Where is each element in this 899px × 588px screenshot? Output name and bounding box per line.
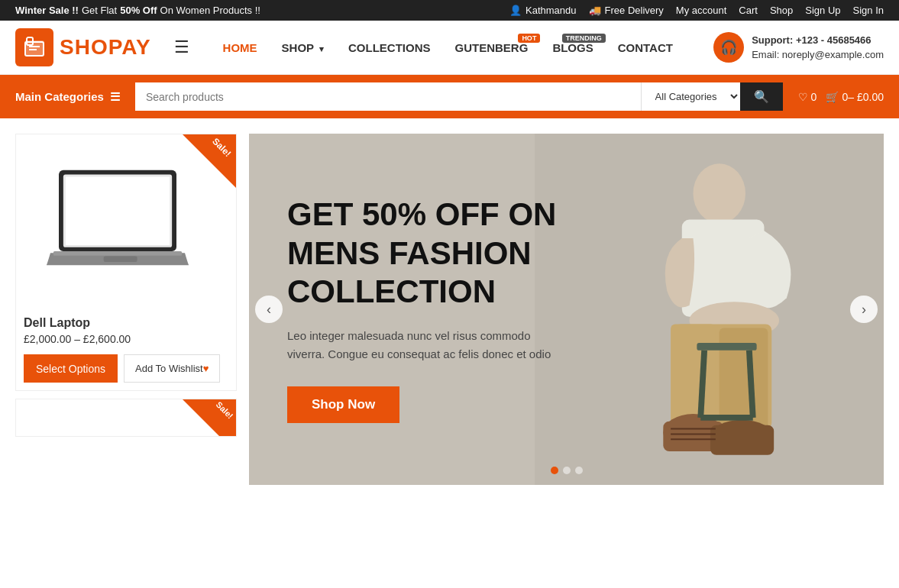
sale-suffix: On Women Products !!	[160, 5, 260, 16]
product-price: £2,000.00 – £2,600.00	[24, 333, 228, 345]
wishlist-count: 0	[811, 91, 817, 103]
nav-home[interactable]: HOME	[212, 35, 268, 60]
select-options-button[interactable]: Select Options	[24, 354, 118, 383]
product-card-laptop: Sale! Dell Laptop £2,000.00 – £2,60	[15, 134, 237, 391]
cart-total: £0.00	[857, 91, 884, 103]
product-name: Dell Laptop	[24, 316, 228, 330]
heart-icon-btn: ♥	[203, 363, 209, 374]
svg-rect-25	[697, 343, 756, 351]
categories-menu-icon: ☰	[110, 90, 120, 104]
support-text: Support: +123 - 45685466 Email: noreply@…	[752, 33, 884, 63]
cart-count: 0–	[842, 91, 854, 103]
sale-pct: 50% Off	[120, 5, 157, 16]
cart-icon-group[interactable]: 🛒 0– £0.00	[826, 91, 884, 103]
location-item: 👤 Kathmandu	[509, 5, 577, 16]
search-input[interactable]	[135, 82, 641, 111]
category-select[interactable]: All Categories	[641, 82, 740, 111]
product-card-second: Sale!	[15, 399, 237, 437]
delivery-item: 🚚 Free Delivery	[589, 5, 664, 16]
hero-title: GET 50% OFF ON MENS FASHION COLLECTION	[287, 195, 560, 311]
delivery-link[interactable]: Free Delivery	[605, 5, 664, 16]
wishlist-icon-group[interactable]: ♡ 0	[798, 91, 817, 103]
cart-link[interactable]: Cart	[739, 5, 758, 16]
top-bar: Winter Sale !! Get Flat 50% Off On Women…	[0, 0, 899, 21]
hero-description: Leo integer malesuada nunc vel risus com…	[287, 327, 560, 363]
site-logo[interactable]: SHOPAY	[15, 28, 151, 66]
product-sidebar: Sale! Dell Laptop £2,000.00 – £2,60	[15, 134, 237, 485]
logo-text: SHOPAY	[60, 35, 151, 60]
top-bar-sale: Winter Sale !! Get Flat 50% Off On Women…	[15, 5, 260, 16]
categories-toggle[interactable]: Main Categories ☰	[15, 90, 120, 104]
hero-banner: GET 50% OFF ON MENS FASHION COLLECTION L…	[249, 134, 884, 485]
carousel-dot-1[interactable]	[551, 467, 558, 474]
support-icon: 🎧	[713, 32, 744, 63]
svg-line-26	[700, 351, 704, 418]
nav-gutenberg[interactable]: HOT GUTENBERG	[445, 35, 539, 60]
svg-line-27	[749, 351, 753, 418]
carousel-prev-button[interactable]: ‹	[255, 296, 283, 323]
svg-rect-9	[104, 257, 137, 262]
main-area: Sale! Dell Laptop £2,000.00 – £2,60	[0, 118, 899, 485]
top-bar-right: 👤 Kathmandu 🚚 Free Delivery My account C…	[509, 5, 884, 16]
svg-rect-7	[66, 176, 170, 244]
add-to-wishlist-button[interactable]: Add To Wishlist♥	[124, 354, 220, 383]
nav-contact[interactable]: CONTACT	[607, 35, 684, 60]
hot-badge: HOT	[518, 34, 540, 43]
shop-now-button[interactable]: Shop Now	[287, 386, 399, 423]
sale-corner	[183, 134, 236, 188]
heart-icon: ♡	[798, 91, 808, 103]
site-header: SHOPAY ☰ HOME SHOP ▾ COLLECTIONS HOT GUT…	[0, 21, 899, 75]
support-info: 🎧 Support: +123 - 45685466 Email: norepl…	[713, 32, 884, 63]
search-bar: Main Categories ☰ All Categories 🔍 ♡ 0 🛒…	[0, 75, 899, 118]
search-button[interactable]: 🔍	[740, 82, 783, 111]
support-email: Email: noreply@example.com	[752, 47, 884, 63]
carousel-dot-2[interactable]	[563, 467, 571, 474]
carousel-dots	[551, 467, 583, 474]
hero-content: GET 50% OFF ON MENS FASHION COLLECTION L…	[249, 165, 598, 453]
support-phone: Support: +123 - 45685466	[752, 33, 884, 48]
search-icon: 🔍	[754, 89, 769, 104]
categories-label: Main Categories	[15, 90, 104, 103]
svg-point-12	[693, 163, 745, 223]
svg-rect-8	[53, 251, 183, 256]
shop-dropdown-arrow: ▾	[319, 44, 324, 53]
signin-link[interactable]: Sign In	[853, 5, 884, 16]
sale-detail: Get Flat	[82, 5, 117, 16]
sale-label: Winter Sale !!	[15, 5, 79, 16]
my-account-link[interactable]: My account	[676, 5, 726, 16]
nav-blogs[interactable]: TRENDING BLOGS	[542, 35, 603, 60]
location-link[interactable]: Kathmandu	[525, 5, 577, 16]
hamburger-icon[interactable]: ☰	[174, 37, 189, 57]
carousel-dot-3[interactable]	[575, 467, 583, 474]
carousel-next-button[interactable]: ›	[850, 296, 878, 323]
signup-link[interactable]: Sign Up	[805, 5, 840, 16]
shop-link[interactable]: Shop	[770, 5, 793, 16]
delivery-icon: 🚚	[589, 5, 601, 16]
cart-icon: 🛒	[826, 91, 839, 103]
nav-collections[interactable]: COLLECTIONS	[338, 35, 441, 60]
product-actions: Select Options Add To Wishlist♥	[24, 354, 228, 383]
logo-icon	[15, 28, 53, 66]
search-input-wrap: All Categories 🔍	[135, 82, 783, 111]
svg-rect-21	[710, 425, 774, 455]
main-nav: HOME SHOP ▾ COLLECTIONS HOT GUTENBERG TR…	[212, 35, 699, 60]
header-icons: ♡ 0 🛒 0– £0.00	[798, 91, 884, 103]
trending-badge: TRENDING	[562, 34, 606, 43]
nav-shop[interactable]: SHOP ▾	[271, 35, 335, 60]
location-icon: 👤	[509, 5, 522, 16]
